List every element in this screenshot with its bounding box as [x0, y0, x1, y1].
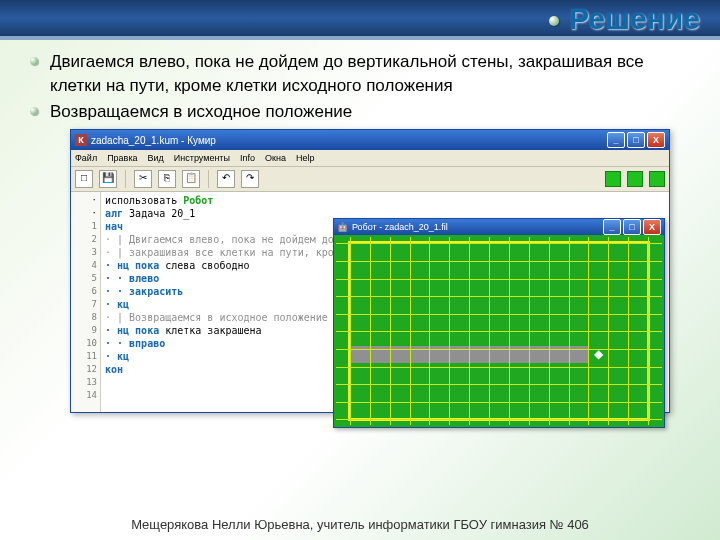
cut-button[interactable]: ✂	[134, 170, 152, 188]
robot-marker: ◆	[592, 348, 604, 360]
bullet-2: Возвращаемся в исходное положение	[50, 100, 670, 124]
window-title: zadacha_20_1.kum - Кумир	[91, 135, 607, 146]
robot-window: 🤖 Робот - zadach_20_1.fil _ □ X ◆	[333, 218, 665, 428]
robot-window-buttons: _ □ X	[603, 219, 661, 235]
robot-field[interactable]: ◆	[334, 235, 664, 427]
toolbar: □ 💾 ✂ ⎘ 📋 ↶ ↷	[71, 167, 669, 192]
robot-titlebar[interactable]: 🤖 Робот - zadach_20_1.fil _ □ X	[334, 219, 664, 235]
robot-maximize-button[interactable]: □	[623, 219, 641, 235]
menu-info[interactable]: Info	[240, 153, 255, 163]
minimize-button[interactable]: _	[607, 132, 625, 148]
window-buttons: _ □ X	[607, 132, 665, 148]
line-gutter: · · 1 2 3 4 5 6 7 8 9 10 11 12 13 14	[71, 192, 101, 412]
close-button[interactable]: X	[647, 132, 665, 148]
header-bar: Решение	[0, 0, 720, 36]
separator	[125, 170, 126, 188]
kumir-window: К zadacha_20_1.kum - Кумир _ □ X Файл Пр…	[70, 129, 670, 413]
run-button[interactable]	[605, 171, 621, 187]
app-icon: К	[75, 134, 87, 146]
main-area: · · 1 2 3 4 5 6 7 8 9 10 11 12 13 14 исп…	[71, 192, 669, 412]
slide-root: Решение Двигаемся влево, пока не дойдем …	[0, 0, 720, 540]
separator	[208, 170, 209, 188]
grid-inner: ◆	[336, 237, 662, 425]
menubar[interactable]: Файл Правка Вид Инструменты Info Окна He…	[71, 150, 669, 167]
menu-view[interactable]: Вид	[148, 153, 164, 163]
robot-title: Робот - zadach_20_1.fil	[352, 222, 603, 232]
menu-windows[interactable]: Окна	[265, 153, 286, 163]
robot-close-button[interactable]: X	[643, 219, 661, 235]
stop-button[interactable]	[649, 171, 665, 187]
content-area: Двигаемся влево, пока не дойдем до верти…	[0, 36, 720, 123]
maximize-button[interactable]: □	[627, 132, 645, 148]
slide-footer: Мещерякова Нелли Юрьевна, учитель информ…	[0, 517, 720, 532]
save-button[interactable]: 💾	[99, 170, 117, 188]
paste-button[interactable]: 📋	[182, 170, 200, 188]
robot-minimize-button[interactable]: _	[603, 219, 621, 235]
robot-icon: 🤖	[337, 222, 348, 232]
undo-button[interactable]: ↶	[217, 170, 235, 188]
menu-file[interactable]: Файл	[75, 153, 97, 163]
bullet-1: Двигаемся влево, пока не дойдем до верти…	[50, 50, 670, 98]
slide-title: Решение	[549, 2, 700, 36]
redo-button[interactable]: ↷	[241, 170, 259, 188]
new-button[interactable]: □	[75, 170, 93, 188]
menu-edit[interactable]: Правка	[107, 153, 137, 163]
copy-button[interactable]: ⎘	[158, 170, 176, 188]
menu-tools[interactable]: Инструменты	[174, 153, 230, 163]
menu-help[interactable]: Help	[296, 153, 315, 163]
titlebar[interactable]: К zadacha_20_1.kum - Кумир _ □ X	[71, 130, 669, 150]
step-button[interactable]	[627, 171, 643, 187]
